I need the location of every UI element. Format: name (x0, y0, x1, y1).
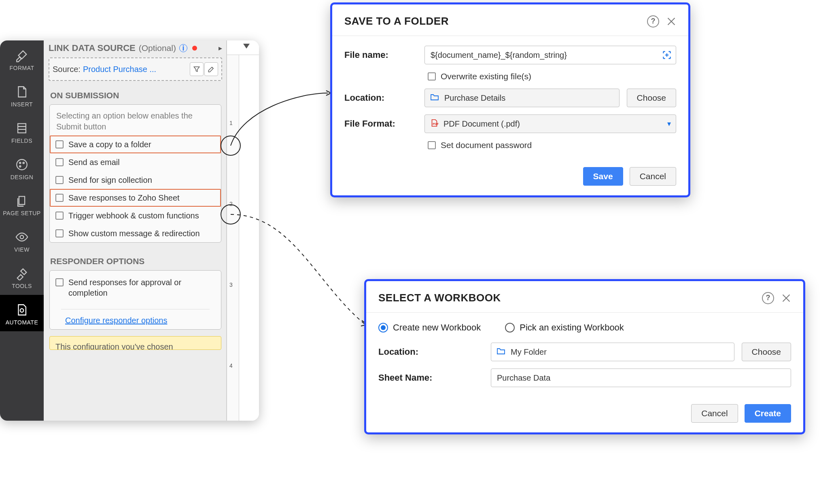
sidebar-item-design[interactable]: DESIGN (0, 150, 44, 186)
sheet-name-input[interactable]: Purchase Data (491, 368, 791, 387)
gear-doc-icon (15, 303, 29, 317)
eye-icon (15, 230, 29, 244)
config-warning-box: This configuration you've chosen (49, 336, 221, 350)
sidebar-item-insert[interactable]: INSERT (0, 77, 44, 113)
checkbox[interactable] (55, 140, 64, 148)
svg-point-4 (20, 235, 24, 239)
panel-optional: (Optional) (139, 43, 176, 53)
info-icon[interactable]: i (179, 44, 187, 52)
checkbox[interactable] (55, 212, 64, 220)
pdf-icon: PDF (430, 119, 439, 129)
source-value[interactable]: Product Purchase ... (83, 65, 187, 74)
source-label: Source: (53, 65, 81, 74)
sidebar: FORMAT INSERT FIELDS DESIGN PAGE SETUP V… (0, 40, 44, 421)
opt-custom-message[interactable]: Show custom message & redirection (50, 224, 221, 242)
folder-icon (430, 92, 439, 104)
file-name-label: File name: (344, 50, 417, 60)
svg-point-0 (17, 159, 27, 170)
cancel-button[interactable]: Cancel (630, 167, 676, 186)
checkbox[interactable] (55, 278, 64, 286)
chevron-down-icon: ▾ (667, 119, 671, 128)
opt-webhook[interactable]: Trigger webhook & custom functions (50, 207, 221, 224)
svg-point-2 (23, 162, 24, 163)
sidebar-item-automate[interactable]: AUTOMATE (0, 295, 44, 331)
opt-sign-collection[interactable]: Send for sign collection (50, 171, 221, 189)
svg-point-1 (19, 162, 21, 163)
ruler-mark: 3 (229, 282, 233, 288)
wb-location-display: My Folder (491, 343, 734, 361)
filter-icon[interactable] (190, 62, 204, 76)
tools-icon (15, 267, 29, 280)
fields-icon (15, 121, 29, 135)
warning-text: This configuration you've chosen (55, 342, 173, 350)
location-label: Location: (344, 93, 417, 103)
close-icon[interactable] (781, 293, 791, 303)
radio-dot-icon (505, 323, 515, 332)
checkbox[interactable] (428, 72, 436, 80)
checkbox[interactable] (55, 194, 64, 202)
help-icon[interactable]: ? (647, 15, 659, 28)
save-button[interactable]: Save (583, 167, 623, 186)
checkbox[interactable] (428, 141, 436, 149)
divider (61, 309, 210, 309)
on-submission-help: Selecting an option below enables the Su… (50, 105, 221, 136)
file-name-input[interactable]: ${document_name}_${random_string} (424, 46, 676, 64)
configure-responder-link[interactable]: Configure responder options (50, 312, 221, 329)
collapse-panel-icon[interactable]: ▸ (219, 44, 222, 53)
sidebar-item-tools[interactable]: TOOLS (0, 258, 44, 295)
brush-icon (15, 49, 29, 62)
file-format-label: File Format: (344, 119, 417, 129)
close-icon[interactable] (666, 17, 676, 26)
radio-pick-existing[interactable]: Pick an existing Workbook (505, 322, 624, 333)
on-submission-box: Selecting an option below enables the Su… (49, 104, 221, 243)
opt-save-zoho-sheet[interactable]: Save responses to Zoho Sheet (50, 189, 221, 207)
ruler-mark: 1 (229, 120, 233, 126)
svg-text:PDF: PDF (433, 122, 439, 125)
checkbox[interactable] (55, 176, 64, 184)
sheet-name-label: Sheet Name: (378, 373, 484, 383)
palette-icon (15, 158, 29, 172)
ruler-mark: 2 (229, 201, 233, 207)
source-box: Source: Product Purchase ... (49, 57, 222, 81)
create-button[interactable]: Create (745, 404, 791, 423)
help-icon[interactable]: ? (762, 292, 774, 304)
panel-title: LINK DATA SOURCE (49, 43, 136, 53)
sidebar-item-pagesetup[interactable]: PAGE SETUP (0, 186, 44, 222)
page-insert-icon (15, 85, 29, 99)
choose-location-button[interactable]: Choose (742, 343, 791, 361)
dialog-save-to-folder: SAVE TO A FOLDER ? File name: ${document… (330, 2, 690, 197)
checkbox[interactable] (55, 158, 64, 166)
opt-save-copy[interactable]: Save a copy to a folder (50, 136, 221, 153)
insert-variable-icon[interactable] (660, 48, 674, 62)
sidebar-item-fields[interactable]: FIELDS (0, 113, 44, 150)
choose-location-button[interactable]: Choose (627, 89, 676, 107)
responder-title: RESPONDER OPTIONS (44, 252, 226, 270)
edit-source-icon[interactable] (204, 62, 218, 76)
checkbox[interactable] (55, 229, 64, 237)
location-label: Location: (378, 347, 484, 357)
dialog-title: SAVE TO A FOLDER (344, 15, 449, 28)
responder-box: Send responses for approval or completio… (49, 270, 221, 330)
overwrite-checkbox[interactable]: Overwrite existing file(s) (428, 72, 676, 81)
status-dot-icon (192, 46, 197, 51)
pages-icon (15, 194, 29, 208)
dialog-select-workbook: SELECT A WORKBOOK ? Create new Workbook … (364, 279, 805, 434)
set-password-checkbox[interactable]: Set document password (428, 140, 676, 150)
location-display: Purchase Details (424, 89, 620, 107)
svg-point-3 (19, 166, 21, 167)
radio-create-new[interactable]: Create new Workbook (378, 322, 481, 333)
cancel-button[interactable]: Cancel (691, 404, 738, 423)
dialog-title: SELECT A WORKBOOK (378, 292, 501, 304)
opt-responder-approval[interactable]: Send responses for approval or completio… (50, 271, 221, 302)
ruler: 1 2 3 4 (227, 40, 259, 421)
sidebar-item-format[interactable]: FORMAT (0, 40, 44, 77)
opt-send-email[interactable]: Send as email (50, 153, 221, 171)
folder-icon (496, 346, 506, 358)
radio-dot-icon (378, 323, 388, 332)
file-format-select[interactable]: PDF PDF Document (.pdf) ▾ (424, 114, 676, 133)
on-submission-title: ON SUBMISSION (44, 87, 226, 104)
tab-marker-icon[interactable] (243, 44, 250, 49)
sidebar-item-view[interactable]: VIEW (0, 222, 44, 258)
ruler-mark: 4 (229, 362, 233, 369)
automate-panel: LINK DATA SOURCE (Optional) i ▸ Source: … (44, 40, 227, 421)
